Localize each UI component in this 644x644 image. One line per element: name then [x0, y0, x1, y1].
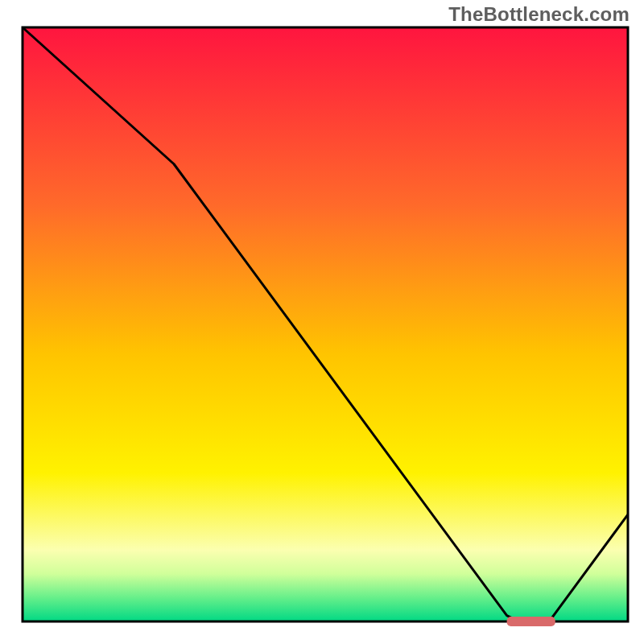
- chart-container: TheBottleneck.com: [0, 0, 644, 644]
- optimum-marker: [507, 617, 555, 626]
- watermark-text: TheBottleneck.com: [448, 3, 630, 26]
- bottleneck-chart: [0, 0, 644, 644]
- plot-background: [23, 27, 628, 621]
